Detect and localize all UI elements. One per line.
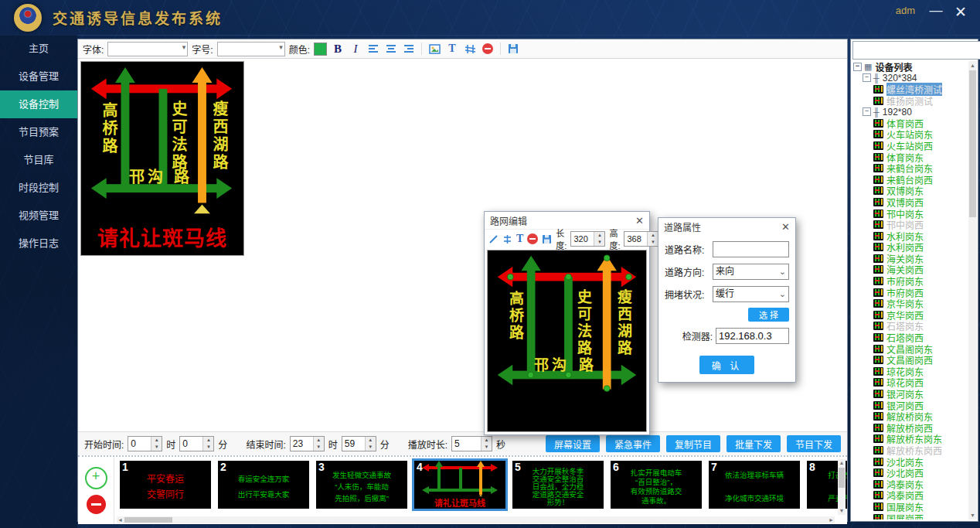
- sidebar-item[interactable]: 节目预案: [0, 118, 77, 146]
- scroll-down-icon[interactable]: ▼: [968, 511, 977, 519]
- color-swatch[interactable]: [314, 43, 327, 56]
- device-tree-row[interactable]: 海关岗东: [852, 253, 968, 264]
- program-thumbnail[interactable]: 7 依法治理非标车辆净化城市交通环境: [709, 461, 800, 509]
- device-tree-row[interactable]: 国展岗西: [852, 513, 968, 519]
- tree-expander-icon[interactable]: [853, 63, 862, 71]
- device-tree-row[interactable]: 石塔岗西: [852, 332, 968, 343]
- start-hour-stepper[interactable]: 0 ▲▼: [128, 436, 162, 451]
- draw-line-icon[interactable]: [488, 232, 499, 246]
- device-tree-row[interactable]: 192*80: [852, 106, 968, 118]
- device-tree-row[interactable]: 解放桥东岗西: [852, 445, 968, 456]
- device-tree-scrollbar[interactable]: ▲ ▼: [968, 61, 977, 519]
- edit-canvas[interactable]: 高桥路 史可法路 瘦西湖路 邗沟 路 请礼让斑马线 路网编辑 ✕: [78, 59, 847, 431]
- sidebar-item[interactable]: 设备管理: [0, 63, 77, 90]
- device-tree-row[interactable]: 沙北岗东: [852, 456, 968, 468]
- program-list-horizontal-scrollbar[interactable]: ◄ ►: [117, 516, 835, 523]
- save-icon[interactable]: [542, 232, 552, 246]
- device-tree-row[interactable]: 来鹤台岗西: [852, 174, 968, 186]
- device-tree-row[interactable]: 解放桥东岗东: [852, 434, 968, 445]
- device-search-input[interactable]: [852, 41, 980, 60]
- device-tree-row[interactable]: 沙北岗西: [852, 467, 968, 479]
- sidebar-item[interactable]: 时段控制: [0, 174, 77, 202]
- action-button[interactable]: 屏幕设置: [546, 435, 600, 452]
- confirm-button[interactable]: 确 认: [699, 356, 754, 374]
- start-minute-stepper[interactable]: 0 ▲▼: [179, 436, 214, 451]
- device-tree-row[interactable]: 维扬岗测试: [852, 95, 968, 107]
- delete-element-icon[interactable]: [481, 42, 495, 56]
- device-tree-row[interactable]: 琼花岗东: [852, 366, 968, 377]
- stepper-arrows-icon[interactable]: ▲▼: [202, 437, 213, 451]
- dialog-close-icon[interactable]: ✕: [781, 221, 790, 233]
- device-tree-row[interactable]: 320*384: [852, 73, 968, 84]
- program-list-vertical-scrollbar[interactable]: ▲ ▼: [838, 459, 846, 515]
- detector-field[interactable]: 192.168.0.3: [716, 328, 789, 344]
- sidebar-item[interactable]: 操作日志: [0, 230, 77, 257]
- dialog-title-bar[interactable]: 路网编辑 ✕: [485, 212, 649, 229]
- scrollbar-thumb[interactable]: [969, 70, 976, 217]
- stepper-arrows-icon[interactable]: ▲▼: [647, 232, 658, 246]
- duration-stepper[interactable]: 5 ▲▼: [451, 436, 492, 451]
- road-name-field[interactable]: [713, 241, 789, 257]
- double-arrow-icon[interactable]: [502, 232, 512, 246]
- device-tree-row[interactable]: 银河岗东: [852, 388, 968, 400]
- scroll-right-icon[interactable]: ►: [828, 516, 835, 523]
- device-tree-row[interactable]: 火车站岗东: [852, 129, 968, 141]
- align-right-icon[interactable]: [402, 42, 416, 56]
- device-tree-row[interactable]: 火车站岗西: [852, 140, 968, 152]
- action-button[interactable]: 节目下发: [787, 435, 841, 452]
- size-select[interactable]: [217, 42, 285, 56]
- device-tree-row[interactable]: 双博岗西: [852, 196, 968, 208]
- scroll-up-icon[interactable]: ▲: [968, 61, 977, 70]
- device-tree-row[interactable]: 文昌阁岗东: [852, 343, 968, 355]
- action-button[interactable]: 批量下发: [726, 435, 781, 452]
- device-tree-row[interactable]: 体育岗东: [852, 152, 968, 163]
- sidebar-item[interactable]: 设备控制: [0, 90, 77, 118]
- align-center-icon[interactable]: [384, 42, 398, 56]
- insert-image-icon[interactable]: [427, 42, 441, 56]
- remove-program-button[interactable]: [87, 495, 106, 514]
- length-stepper[interactable]: 320 ▲▼: [570, 231, 605, 247]
- device-tree-row[interactable]: 双博岗东: [852, 186, 968, 197]
- device-tree-row[interactable]: 水利岗西: [852, 242, 968, 254]
- device-tree-row[interactable]: 京华岗西: [852, 309, 968, 321]
- device-tree-row[interactable]: 来鹤台岗东: [852, 162, 968, 174]
- program-thumbnail[interactable]: 6 扎实开展电动车“百日整治”，有效预防道路交通事故。: [611, 461, 702, 509]
- action-button[interactable]: 复制节目: [666, 435, 720, 452]
- stepper-arrows-icon[interactable]: ▲▼: [313, 437, 324, 451]
- scroll-down-icon[interactable]: ▼: [838, 507, 846, 515]
- dialog-close-icon[interactable]: ✕: [635, 215, 644, 227]
- road-direction-select[interactable]: 来向: [713, 264, 789, 280]
- align-left-icon[interactable]: [366, 42, 380, 56]
- bold-button[interactable]: B: [331, 42, 345, 56]
- action-button[interactable]: 紧急事件: [606, 435, 660, 452]
- sidebar-item[interactable]: 节目库: [0, 146, 77, 174]
- device-tree-row[interactable]: 京华岗东: [852, 298, 968, 309]
- delete-element-icon[interactable]: [527, 232, 538, 246]
- end-hour-stepper[interactable]: 23 ▲▼: [290, 436, 325, 451]
- device-tree-row[interactable]: 螺丝湾桥测试: [852, 83, 968, 95]
- road-editor-canvas[interactable]: 高桥路 史可法路 瘦西湖路 邗沟 路: [487, 250, 647, 432]
- device-tree-row[interactable]: 市府岗西: [852, 287, 968, 298]
- device-tree-row[interactable]: 解放桥岗西: [852, 422, 968, 434]
- device-tree-row[interactable]: 鸿泰岗西: [852, 490, 968, 502]
- road-network-tool-icon[interactable]: [463, 42, 477, 56]
- device-tree-row[interactable]: 设备列表: [852, 61, 968, 73]
- stepper-arrows-icon[interactable]: ▲▼: [594, 232, 604, 246]
- stepper-arrows-icon[interactable]: ▲▼: [151, 437, 162, 451]
- program-thumbnail[interactable]: 1 平安春运交警同行: [120, 461, 211, 509]
- scroll-left-icon[interactable]: ◄: [117, 516, 124, 523]
- led-display-preview[interactable]: 高桥路 史可法路 瘦西湖路 邗沟 路 请礼让斑马线: [80, 61, 244, 256]
- text-tool-button[interactable]: T: [516, 232, 523, 246]
- device-tree-row[interactable]: 石塔岗东: [852, 321, 968, 332]
- minimize-icon[interactable]: —: [927, 3, 944, 19]
- device-tree-row[interactable]: 文昌阁岗西: [852, 354, 968, 366]
- device-tree-row[interactable]: 体育岗西: [852, 118, 968, 129]
- device-tree-row[interactable]: 解放桥岗东: [852, 410, 968, 422]
- program-thumbnail[interactable]: 3 发生轻微交通事故“人未伤，车能动先拍照，后撤离”: [316, 461, 407, 509]
- device-tree-row[interactable]: 国展岗东: [852, 501, 968, 513]
- stepper-arrows-icon[interactable]: ▲▼: [365, 437, 376, 451]
- scrollbar-thumb[interactable]: [124, 517, 172, 523]
- device-tree-row[interactable]: 邗中岗东: [852, 208, 968, 220]
- device-tree-row[interactable]: 市府岗东: [852, 275, 968, 287]
- device-tree-row[interactable]: 琼花岗西: [852, 377, 968, 389]
